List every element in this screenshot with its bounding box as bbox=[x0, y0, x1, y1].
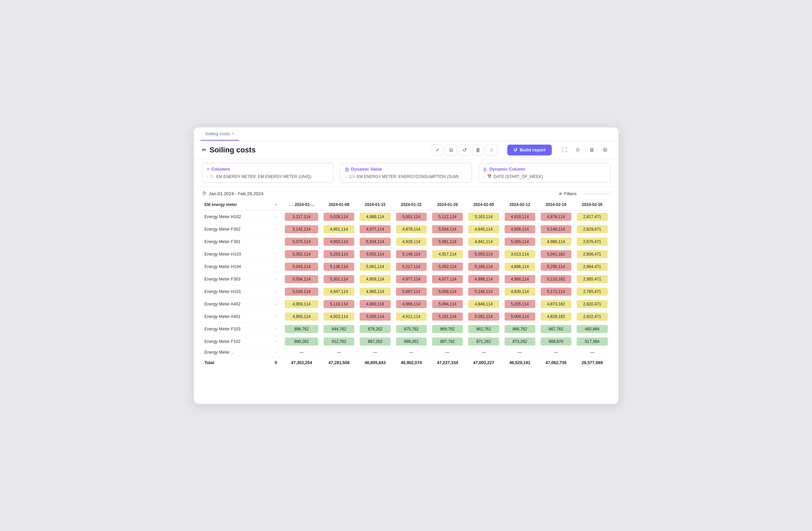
data-cell: 5,034,114 bbox=[282, 285, 321, 298]
data-cell: 4,830,114 bbox=[502, 285, 538, 298]
data-cell: 5,058,114 bbox=[430, 285, 465, 298]
footer-label: Total bbox=[202, 357, 270, 369]
tab-close-icon[interactable]: × bbox=[232, 131, 234, 136]
row-tilde: ~ bbox=[270, 235, 282, 248]
data-cell: 898,262 bbox=[393, 335, 430, 348]
col-header-name: EM energy meter bbox=[202, 199, 270, 211]
col-header-7[interactable]: 2024-02-19 bbox=[538, 199, 574, 211]
data-cell: 4,950,114 bbox=[282, 310, 321, 322]
columns-section-row[interactable]: › T↓ EM ENERGY METER: EM ENERGY METER (U… bbox=[207, 174, 329, 179]
data-cell: 5,166,114 bbox=[465, 260, 502, 273]
data-cell: — bbox=[393, 348, 430, 357]
delete-button[interactable]: 🗑 bbox=[472, 144, 484, 156]
table-row: Energy Meter H104~5,043,1145,136,1145,06… bbox=[202, 260, 610, 273]
data-cell: — bbox=[357, 348, 393, 357]
data-cell: 2,676,471 bbox=[574, 235, 610, 248]
data-cell: 5,061,114 bbox=[357, 260, 393, 273]
dynamic-column-label: Dynamic Column bbox=[490, 167, 525, 172]
tab-bar: Soiling costs × bbox=[194, 127, 619, 141]
row-name: Energy Meter A401 bbox=[202, 310, 270, 322]
col-header-2[interactable]: 2024-01-15 bbox=[357, 199, 393, 211]
col-header-5[interactable]: 2024-02-05 bbox=[465, 199, 502, 211]
reset-button[interactable]: ↺ bbox=[459, 144, 470, 156]
data-cell: 5,148,114 bbox=[465, 285, 502, 298]
data-cell: 5,112,114 bbox=[430, 210, 465, 223]
settings-button[interactable]: ⚙ bbox=[600, 145, 610, 155]
data-cell: 869,762 bbox=[430, 322, 465, 335]
data-cell: 887,762 bbox=[430, 335, 465, 348]
row-tilde: ~ bbox=[270, 248, 282, 260]
data-cell: 4,845,114 bbox=[465, 223, 502, 235]
row-tilde: ~ bbox=[270, 223, 282, 235]
dynamic-column-row[interactable]: › 📅 DATE (START_OF_WEEK) bbox=[484, 174, 605, 179]
share-button[interactable]: ⎘ bbox=[573, 145, 583, 155]
row-name: Energy Meter ... bbox=[202, 348, 270, 357]
footer-val-1: 47,281,508 bbox=[321, 357, 357, 369]
col-header-4[interactable]: 2024-01-29 bbox=[430, 199, 465, 211]
build-report-button[interactable]: ↺ Build report bbox=[507, 145, 552, 155]
data-table: EM energy meter - ↓↓ 2024-01-... 2024-01… bbox=[202, 199, 610, 369]
data-cell: 5,118,114 bbox=[321, 298, 357, 310]
tab-soiling-costs[interactable]: Soiling costs × bbox=[201, 127, 239, 141]
fullscreen-button[interactable]: ⛶ bbox=[559, 145, 570, 155]
footer-val-3: 46,902,074 bbox=[393, 357, 430, 369]
check-button[interactable]: ✓ bbox=[432, 144, 443, 156]
data-cell: 4,959,114 bbox=[357, 273, 393, 285]
col-header-0[interactable]: ↓↓ 2024-01-... bbox=[282, 199, 321, 211]
data-cell: 2,964,471 bbox=[574, 260, 610, 273]
data-cell: 5,052,114 bbox=[282, 248, 321, 260]
star-button[interactable]: ☆ bbox=[486, 144, 497, 156]
row-tilde: ~ bbox=[270, 348, 282, 357]
table-row: Energy Meter F302~5,142,1144,851,1144,97… bbox=[202, 223, 610, 235]
data-cell: 4,941,114 bbox=[465, 235, 502, 248]
data-cell: 896,762 bbox=[282, 322, 321, 335]
data-cell: 4,983,114 bbox=[357, 298, 393, 310]
data-cell: 4,956,114 bbox=[502, 223, 538, 235]
date-range[interactable]: ⏱ Jan.01.2024 - Feb.29.2024 bbox=[202, 191, 264, 196]
data-cell: 5,151,114 bbox=[430, 310, 465, 322]
footer-col2: 0 bbox=[270, 357, 282, 369]
footer-val-6: 46,529,191 bbox=[502, 357, 538, 369]
data-cell: 2,955,471 bbox=[574, 273, 610, 285]
data-cell: 4,959,114 bbox=[282, 298, 321, 310]
data-cell: 887,262 bbox=[357, 335, 393, 348]
data-cell: 4,986,114 bbox=[538, 235, 574, 248]
dynamic-column-header: ||. Dynamic Column bbox=[484, 167, 605, 172]
table-row: Energy Meter H102~5,217,1145,028,1144,98… bbox=[202, 210, 610, 223]
data-cell: 5,091,114 bbox=[465, 310, 502, 322]
table-container: EM energy meter - ↓↓ 2024-01-... 2024-01… bbox=[194, 199, 619, 404]
row-tilde: ~ bbox=[270, 273, 282, 285]
data-cell: 873,262 bbox=[502, 335, 538, 348]
col-header-1[interactable]: 2024-01-08 bbox=[321, 199, 357, 211]
chevron-icon: › bbox=[207, 175, 208, 179]
filters-line bbox=[583, 193, 610, 194]
data-cell: 517,364 bbox=[574, 335, 610, 348]
page-title: Soiling costs bbox=[210, 146, 429, 154]
copy-button[interactable]: ⧉ bbox=[445, 144, 457, 156]
filters-button[interactable]: ≡ Filters bbox=[559, 191, 577, 196]
data-cell: 4,911,114 bbox=[393, 310, 430, 322]
footer-val-0: 47,302,254 bbox=[282, 357, 321, 369]
row-tilde: ~ bbox=[270, 335, 282, 348]
data-cell: — bbox=[538, 348, 574, 357]
dynamic-value-section: ||| Dynamic Value › 123 EM ENERGY METER:… bbox=[340, 163, 472, 183]
data-cell: 5,034,114 bbox=[430, 223, 465, 235]
columns-icon: ≡ bbox=[207, 167, 210, 172]
data-cell: 4,977,114 bbox=[430, 273, 465, 285]
data-cell: 5,256,114 bbox=[538, 260, 574, 273]
data-cell: 4,923,114 bbox=[321, 310, 357, 322]
data-cell: 5,205,114 bbox=[502, 298, 538, 310]
data-cell: 2,765,471 bbox=[574, 285, 610, 298]
row-name: Energy Meter F301 bbox=[202, 235, 270, 248]
dynamic-value-row[interactable]: › 123 EM ENERGY METER: ENERGYCONSUMPTION… bbox=[345, 174, 467, 179]
col-header-6[interactable]: 2024-02-12 bbox=[502, 199, 538, 211]
data-cell: — bbox=[282, 348, 321, 357]
col-header-3[interactable]: 2024-01-22 bbox=[393, 199, 430, 211]
columns-label: Columns bbox=[211, 167, 230, 172]
col-header-8[interactable]: 2024-02-26 bbox=[574, 199, 610, 211]
dynamic-value-row-label: EM ENERGY METER: ENERGYCONSUMPTION (SUM) bbox=[357, 174, 459, 179]
columns-bar: ≡ Columns › T↓ EM ENERGY METER: EM ENERG… bbox=[194, 159, 619, 186]
data-cell: 867,762 bbox=[538, 322, 574, 335]
monitor-button[interactable]: 🖥 bbox=[586, 145, 597, 155]
data-cell: 2,820,471 bbox=[574, 298, 610, 310]
